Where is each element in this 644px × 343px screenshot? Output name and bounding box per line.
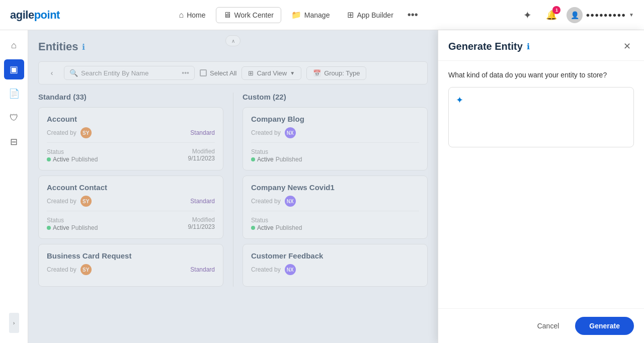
main-content: ∧ Entities ℹ ‹ 🔍 ••• Select All xyxy=(28,30,438,343)
close-icon: ✕ xyxy=(623,41,631,52)
panel-question: What kind of data do you want your entit… xyxy=(448,71,634,79)
sidebar-item-grid[interactable]: ⊟ xyxy=(4,132,24,152)
manage-label: Manage xyxy=(304,11,330,19)
logo[interactable]: agilepoint xyxy=(10,9,60,22)
folder-icon: 📁 xyxy=(291,10,301,20)
shield-sidebar-icon: 🛡 xyxy=(10,113,19,123)
nav-appbuilder[interactable]: ⊞ App Builder xyxy=(340,7,400,23)
avatar-icon: 👤 xyxy=(571,11,579,19)
more-nav-icon[interactable]: ••• xyxy=(404,7,422,23)
chevron-right-icon: › xyxy=(13,320,15,326)
left-sidebar: ⌂ ▣ 📄 🛡 ⊟ › xyxy=(0,30,28,343)
ai-icon-btn[interactable]: ✦ xyxy=(518,6,536,24)
appbuilder-label: App Builder xyxy=(357,11,393,19)
logo-text: agilepoint xyxy=(10,9,60,22)
generate-entity-panel: Generate Entity ℹ ✕ What kind of data do… xyxy=(438,30,644,343)
topnav: agilepoint ⌂ Home 🖥 Work Center 📁 Manage… xyxy=(0,0,644,30)
panel-close-button[interactable]: ✕ xyxy=(620,39,634,53)
nav-manage[interactable]: 📁 Manage xyxy=(284,7,338,23)
panel-body: What kind of data do you want your entit… xyxy=(438,61,644,308)
nav-items: ⌂ Home 🖥 Work Center 📁 Manage ⊞ App Buil… xyxy=(80,7,514,23)
sidebar-item-shield[interactable]: 🛡 xyxy=(4,108,24,128)
panel-title: Generate Entity xyxy=(448,41,523,52)
panel-header: Generate Entity ℹ ✕ xyxy=(438,30,644,61)
panel-title-row: Generate Entity ℹ xyxy=(448,41,530,52)
entities-sidebar-icon: ▣ xyxy=(10,64,18,75)
sidebar-item-entities[interactable]: ▣ xyxy=(4,59,24,79)
ai-loading-icon: ✦ xyxy=(456,95,463,106)
notification-badge: 1 xyxy=(552,6,560,14)
home-sidebar-icon: ⌂ xyxy=(11,40,17,51)
nav-workcenter[interactable]: 🖥 Work Center xyxy=(216,7,281,23)
sidebar-expand-btn[interactable]: › xyxy=(9,313,19,333)
user-name: ●●●●●●●●● xyxy=(586,11,626,19)
user-menu[interactable]: 👤 ●●●●●●●●● ▼ xyxy=(567,7,634,23)
cancel-button[interactable]: Cancel xyxy=(527,318,570,334)
main-layout: ⌂ ▣ 📄 🛡 ⊟ › ∧ Entities ℹ xyxy=(0,30,644,343)
ai-icon: ✦ xyxy=(523,9,532,21)
workcenter-label: Work Center xyxy=(234,11,274,19)
doc-sidebar-icon: 📄 xyxy=(9,88,20,99)
panel-input-area[interactable]: ✦ xyxy=(448,87,634,147)
avatar: 👤 xyxy=(567,7,583,23)
chevron-down-icon: ▼ xyxy=(629,12,634,18)
sidebar-item-doc[interactable]: 📄 xyxy=(4,83,24,104)
sidebar-item-home[interactable]: ⌂ xyxy=(4,35,24,55)
nav-right: ✦ 🔔 1 👤 ●●●●●●●●● ▼ xyxy=(518,6,634,24)
nav-home[interactable]: ⌂ Home xyxy=(171,7,213,23)
notification-btn[interactable]: 🔔 1 xyxy=(542,6,560,24)
generate-button[interactable]: Generate xyxy=(575,317,634,335)
grid-sidebar-icon: ⊟ xyxy=(10,136,18,147)
panel-footer: Cancel Generate xyxy=(438,308,644,343)
monitor-icon: 🖥 xyxy=(223,11,231,20)
grid4-icon: ⊞ xyxy=(347,10,354,20)
home-label: Home xyxy=(187,11,205,19)
panel-info-icon[interactable]: ℹ xyxy=(527,42,530,51)
home-icon: ⌂ xyxy=(179,11,184,20)
overlay xyxy=(28,30,438,343)
